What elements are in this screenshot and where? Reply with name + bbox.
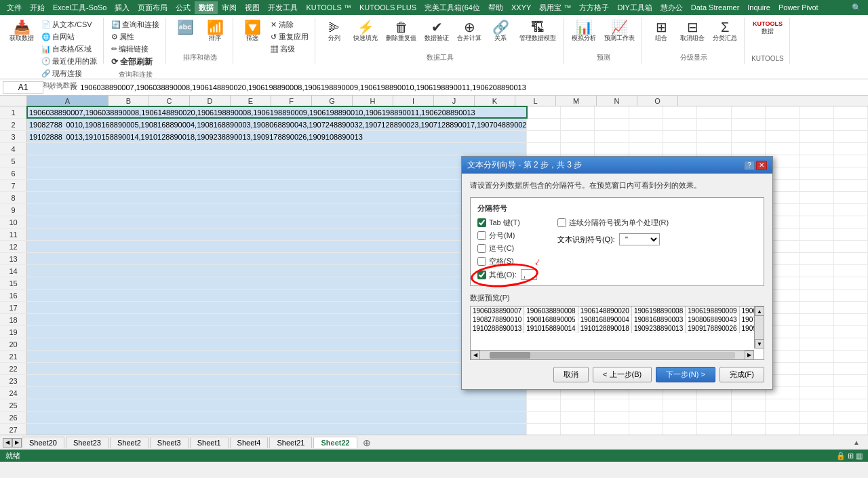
cell-empty[interactable]	[766, 119, 800, 130]
cell-empty[interactable]	[800, 351, 833, 362]
menu-power-pivot[interactable]: Power Pivot	[774, 2, 823, 13]
menu-data[interactable]: 数据	[195, 1, 218, 14]
properties-button[interactable]: ⚙属性	[109, 31, 161, 43]
other-checkbox-label[interactable]: 其他(O):	[477, 270, 517, 280]
scroll-up[interactable]: ▲	[755, 306, 764, 316]
cell-empty[interactable]	[834, 241, 868, 252]
scroll-thumb[interactable]	[490, 352, 530, 359]
cell-empty[interactable]	[561, 412, 595, 423]
remove-dup-button[interactable]: 🗑 删除重复值	[383, 19, 419, 43]
continuous-checkbox-label[interactable]: 连续分隔符号视为单个处理(R)	[557, 218, 669, 228]
sheet-tab-sheet2[interactable]: Sheet2	[110, 437, 149, 448]
cell-empty[interactable]	[561, 106, 595, 118]
scroll-right[interactable]: ▶	[745, 351, 754, 360]
cell-a19[interactable]	[27, 326, 527, 338]
cancel-button[interactable]: 取消	[553, 367, 589, 382]
kutools-btn[interactable]: KUTOOLS 数据	[750, 19, 785, 37]
group-button[interactable]: ⊞ 组合	[648, 19, 675, 43]
cell-empty[interactable]	[834, 375, 868, 386]
cell-empty[interactable]	[595, 399, 629, 411]
cell-empty[interactable]	[800, 277, 833, 289]
cell-a3[interactable]: 19102888 0013,1910158890014,191012889001…	[27, 131, 527, 142]
cell-a24[interactable]	[27, 387, 527, 399]
cell-empty[interactable]	[527, 143, 561, 155]
next-button[interactable]: 下一步(N) >	[656, 367, 715, 382]
menu-dev-tools[interactable]: 开发工具	[264, 1, 302, 14]
formula-input[interactable]	[80, 83, 865, 92]
cell-empty[interactable]	[800, 253, 833, 264]
cell-a23[interactable]	[27, 375, 527, 386]
semicolon-checkbox[interactable]	[477, 231, 486, 240]
text-wizard-dialog[interactable]: 文本分列向导 - 第 2 步，共 3 步 ? ✕ 请设置分列数据所包含的分隔符号…	[461, 156, 773, 390]
cell-empty[interactable]	[800, 302, 833, 313]
cell-empty[interactable]	[834, 119, 868, 130]
from-web-button[interactable]: 🌐自网站	[39, 31, 99, 43]
cell-reference-input[interactable]	[3, 81, 43, 94]
filter-button[interactable]: 🔽 筛选	[239, 19, 266, 43]
cell-empty[interactable]	[834, 302, 868, 313]
cell-empty[interactable]	[766, 106, 800, 118]
cell-empty[interactable]	[834, 326, 868, 338]
cell-a15[interactable]	[27, 277, 527, 289]
sheet-tab-sheet22[interactable]: Sheet22	[313, 437, 357, 448]
cell-empty[interactable]	[800, 192, 833, 203]
cell-empty[interactable]	[732, 399, 766, 411]
text-qualifier-select[interactable]: " ' {none}	[619, 233, 660, 245]
cell-empty[interactable]	[800, 119, 833, 130]
cell-empty[interactable]	[800, 204, 833, 216]
cell-empty[interactable]	[527, 399, 561, 411]
advanced-button[interactable]: ▦ 高级	[269, 43, 311, 55]
tab-checkbox[interactable]	[477, 218, 486, 227]
cell-empty[interactable]	[834, 351, 868, 362]
cell-empty[interactable]	[834, 155, 868, 167]
cell-empty[interactable]	[834, 204, 868, 216]
cell-empty[interactable]	[800, 180, 833, 191]
cell-empty[interactable]	[663, 106, 697, 118]
dialog-close-button[interactable]: ✕	[756, 161, 767, 170]
cell-empty[interactable]	[800, 167, 833, 179]
cell-empty[interactable]	[629, 399, 663, 411]
subtotal-button[interactable]: Σ 分类汇总	[710, 19, 740, 43]
cell-empty[interactable]	[663, 424, 697, 435]
cell-empty[interactable]	[629, 143, 663, 155]
comma-checkbox[interactable]	[477, 244, 486, 253]
cell-empty[interactable]	[732, 119, 766, 130]
cell-empty[interactable]	[595, 106, 629, 118]
add-sheet-button[interactable]: ⊕	[359, 437, 375, 449]
cell-empty[interactable]	[732, 143, 766, 155]
cell-empty[interactable]	[800, 143, 833, 155]
cell-empty[interactable]	[629, 131, 663, 142]
cell-empty[interactable]	[834, 399, 868, 411]
sort-az-button[interactable]: 🔤	[172, 19, 199, 36]
cell-empty[interactable]	[834, 277, 868, 289]
tab-checkbox-label[interactable]: Tab 键(T)	[477, 218, 537, 228]
cell-empty[interactable]	[561, 399, 595, 411]
cell-empty[interactable]	[663, 412, 697, 423]
cell-empty[interactable]	[697, 131, 731, 142]
cell-empty[interactable]	[800, 399, 833, 411]
cell-empty[interactable]	[663, 143, 697, 155]
cell-empty[interactable]	[697, 119, 731, 130]
sheet-tab-sheet3[interactable]: Sheet3	[150, 437, 189, 448]
cell-empty[interactable]	[527, 119, 561, 130]
cell-empty[interactable]	[766, 143, 800, 155]
menu-help[interactable]: 帮助	[484, 1, 507, 14]
existing-conn-button[interactable]: 🔗现有连接	[39, 68, 99, 79]
cell-empty[interactable]	[800, 228, 833, 240]
cell-empty[interactable]	[800, 216, 833, 228]
cell-empty[interactable]	[732, 131, 766, 142]
cell-a18[interactable]	[27, 314, 527, 325]
cell-a11[interactable]	[27, 228, 527, 240]
cell-a6[interactable]	[27, 167, 527, 179]
sheet-tab-sheet21[interactable]: Sheet21	[269, 437, 312, 448]
cell-empty[interactable]	[834, 253, 868, 264]
preview-hscrollbar[interactable]: ◀ ▶	[471, 350, 754, 359]
cell-empty[interactable]	[697, 399, 731, 411]
cell-empty[interactable]	[834, 290, 868, 301]
cell-empty[interactable]	[595, 119, 629, 130]
sheet-tab-sheet4[interactable]: Sheet4	[230, 437, 269, 448]
manage-data-model-button[interactable]: 🏗 管理数据模型	[517, 19, 559, 43]
other-checkbox[interactable]	[477, 271, 486, 279]
menu-insert[interactable]: 插入	[111, 1, 134, 14]
menu-kutools[interactable]: KUTOOLS ™	[302, 2, 355, 13]
